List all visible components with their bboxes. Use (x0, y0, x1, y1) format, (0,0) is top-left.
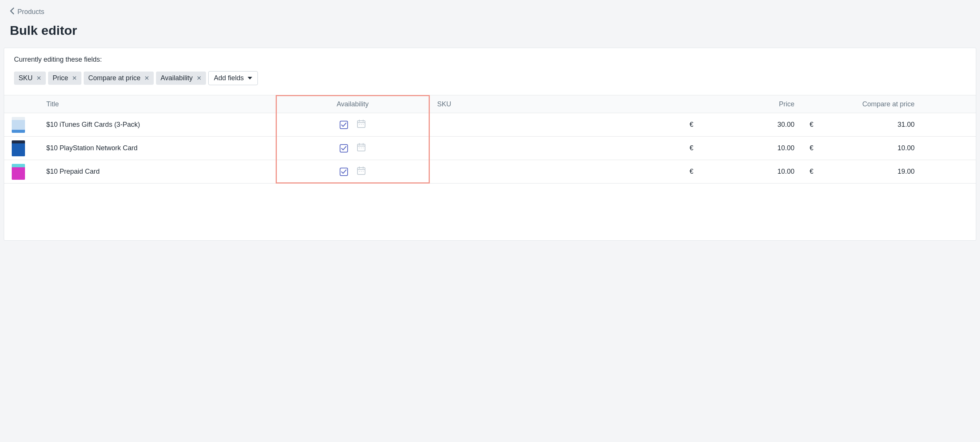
availability-checkbox[interactable] (340, 121, 348, 129)
chip-label: Price (52, 74, 68, 82)
price-value: 10.00 (777, 168, 794, 176)
header-area: Products Bulk editor (0, 0, 980, 38)
calendar-icon[interactable] (357, 120, 366, 130)
cell-availability (276, 136, 430, 160)
svg-point-4 (359, 124, 360, 125)
svg-point-6 (363, 124, 364, 125)
cell-sku[interactable] (430, 113, 682, 136)
cell-thumb (4, 113, 42, 136)
close-icon[interactable]: ✕ (37, 75, 41, 81)
page-title: Bulk editor (10, 23, 970, 38)
chip-compare-at-price[interactable]: Compare at price ✕ (84, 71, 154, 85)
currency-symbol: € (810, 168, 813, 176)
col-sku: SKU (430, 95, 682, 113)
cell-price[interactable]: € 30.00 (682, 113, 802, 136)
cell-compare[interactable]: € 19.00 (802, 160, 922, 184)
compare-value: 19.00 (897, 168, 915, 176)
editor-card: Currently editing these fields: SKU ✕ Pr… (4, 48, 976, 241)
chip-label: Compare at price (88, 74, 140, 82)
cell-title[interactable]: $10 Prepaid Card (42, 160, 276, 184)
price-value: 10.00 (777, 144, 794, 152)
product-thumbnail (12, 164, 25, 180)
cell-thumb (4, 136, 42, 160)
table-container: Title Availability SKU Price Compare at … (4, 95, 976, 184)
svg-point-20 (363, 171, 364, 172)
cell-price[interactable]: € 10.00 (682, 136, 802, 160)
compare-value: 31.00 (897, 121, 915, 129)
col-price: Price (682, 95, 802, 113)
currency-symbol: € (810, 144, 813, 152)
table-body: $10 iTunes Gift Cards (3-Pack) (4, 113, 976, 184)
chips-section: Currently editing these fields: SKU ✕ Pr… (4, 48, 976, 95)
chip-availability[interactable]: Availability ✕ (156, 71, 206, 85)
close-icon[interactable]: ✕ (72, 75, 77, 81)
caret-down-icon (248, 77, 252, 79)
cell-availability (276, 160, 430, 184)
col-end (922, 95, 976, 113)
currency-symbol: € (690, 168, 694, 176)
page-root: Products Bulk editor Currently editing t… (0, 0, 980, 442)
card-spacer (4, 184, 976, 240)
chip-label: SKU (19, 74, 33, 82)
cell-sku[interactable] (430, 136, 682, 160)
col-thumb (4, 95, 42, 113)
price-value: 30.00 (777, 121, 794, 129)
calendar-icon[interactable] (357, 166, 366, 177)
availability-checkbox[interactable] (340, 144, 348, 152)
cell-compare[interactable]: € 31.00 (802, 113, 922, 136)
cell-end (922, 113, 976, 136)
cell-title[interactable]: $10 PlayStation Network Card (42, 136, 276, 160)
chip-label: Availability (161, 74, 193, 82)
close-icon[interactable]: ✕ (144, 75, 149, 81)
close-icon[interactable]: ✕ (197, 75, 202, 81)
chip-price[interactable]: Price ✕ (48, 71, 81, 85)
table-row: $10 iTunes Gift Cards (3-Pack) (4, 113, 976, 136)
chips-row: SKU ✕ Price ✕ Compare at price ✕ Availab… (14, 71, 966, 85)
product-thumbnail (12, 117, 25, 133)
breadcrumb-label: Products (18, 8, 44, 16)
table-row: $10 PlayStation Network Card (4, 136, 976, 160)
product-thumbnail (12, 140, 25, 156)
add-fields-label: Add fields (214, 74, 244, 82)
cell-sku[interactable] (430, 160, 682, 184)
cell-end (922, 160, 976, 184)
col-compare: Compare at price (802, 95, 922, 113)
svg-point-18 (359, 171, 360, 172)
breadcrumb[interactable]: Products (10, 8, 970, 16)
editing-fields-label: Currently editing these fields: (14, 55, 966, 63)
cell-compare[interactable]: € 10.00 (802, 136, 922, 160)
calendar-icon[interactable] (357, 143, 366, 153)
currency-symbol: € (690, 144, 694, 152)
svg-point-12 (361, 147, 362, 148)
svg-point-11 (359, 147, 360, 148)
table-header-row: Title Availability SKU Price Compare at … (4, 95, 976, 113)
cell-price[interactable]: € 10.00 (682, 160, 802, 184)
col-availability: Availability (276, 95, 430, 113)
compare-value: 10.00 (897, 144, 915, 152)
cell-thumb (4, 160, 42, 184)
currency-symbol: € (690, 121, 694, 129)
add-fields-button[interactable]: Add fields (208, 71, 258, 85)
availability-checkbox[interactable] (340, 168, 348, 176)
chip-sku[interactable]: SKU ✕ (14, 71, 46, 85)
cell-availability (276, 113, 430, 136)
svg-point-5 (361, 124, 362, 125)
chevron-left-icon (10, 8, 14, 16)
cell-end (922, 136, 976, 160)
cell-title[interactable]: $10 iTunes Gift Cards (3-Pack) (42, 113, 276, 136)
col-title: Title (42, 95, 276, 113)
currency-symbol: € (810, 121, 813, 129)
svg-point-13 (363, 147, 364, 148)
svg-point-19 (361, 171, 362, 172)
table-row: $10 Prepaid Card (4, 160, 976, 184)
bulk-table: Title Availability SKU Price Compare at … (4, 95, 976, 184)
